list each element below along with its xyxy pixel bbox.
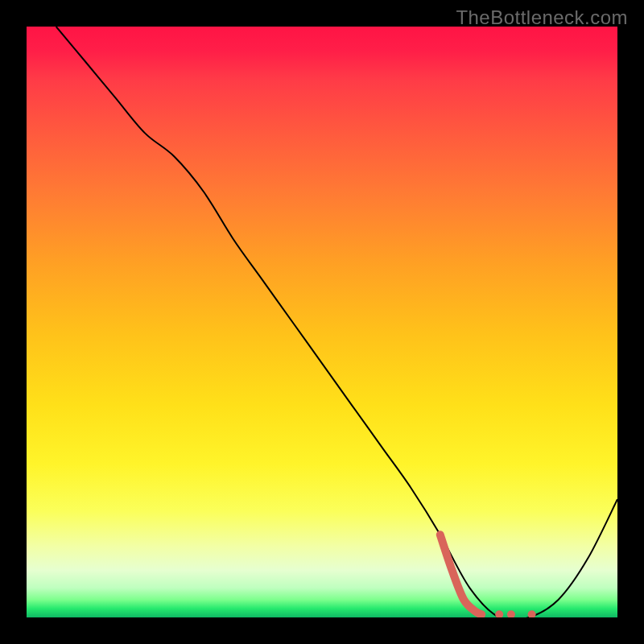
bottleneck-curve xyxy=(56,27,617,617)
markers xyxy=(495,610,535,617)
dot-1 xyxy=(495,610,503,617)
dot-2 xyxy=(507,610,515,617)
dot-3 xyxy=(528,610,536,617)
watermark-text: TheBottleneck.com xyxy=(456,6,628,29)
plot-area xyxy=(27,27,617,617)
chart-svg xyxy=(27,27,617,617)
chart-stage: TheBottleneck.com xyxy=(0,0,644,644)
